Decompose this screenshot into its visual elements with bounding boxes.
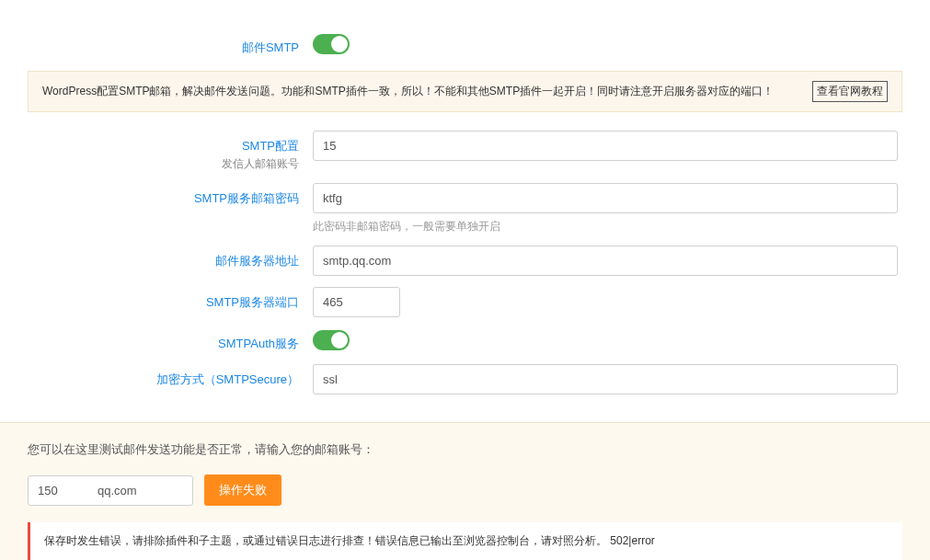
notice-link[interactable]: 查看官网教程 <box>812 81 888 102</box>
smtp-secure-label: 加密方式（SMTPSecure） <box>0 371 299 388</box>
test-submit-button[interactable]: 操作失败 <box>204 474 281 506</box>
smtp-auth-label: SMTPAuth服务 <box>0 336 299 352</box>
test-prompt: 您可以在这里测试邮件发送功能是否正常，请输入您的邮箱账号： <box>28 441 902 458</box>
notice-box: WordPress配置SMTP邮箱，解决邮件发送问题。功能和SMTP插件一致，所… <box>28 71 902 112</box>
smtp-toggle-label: 邮件SMTP <box>0 40 299 56</box>
smtp-auth-toggle[interactable] <box>313 330 350 350</box>
smtp-secure-input[interactable] <box>313 364 898 394</box>
notice-text: WordPress配置SMTP邮箱，解决邮件发送问题。功能和SMTP插件一致，所… <box>42 84 774 99</box>
smtp-config-input[interactable] <box>313 131 898 161</box>
smtp-config-sublabel: 发信人邮箱账号 <box>0 156 299 172</box>
smtp-password-input[interactable] <box>313 183 898 213</box>
smtp-config-label: SMTP配置 <box>0 138 299 154</box>
mail-server-input[interactable] <box>313 246 898 276</box>
error-text: 保存时发生错误，请排除插件和子主题，或通过错误日志进行排查！错误信息已输出至浏览… <box>44 534 655 547</box>
smtp-password-help: 此密码非邮箱密码，一般需要单独开启 <box>313 219 898 234</box>
test-section: 您可以在这里测试邮件发送功能是否正常，请输入您的邮箱账号： 操作失败 保存时发生… <box>0 422 930 560</box>
smtp-toggle[interactable] <box>313 34 350 54</box>
test-email-input[interactable] <box>28 475 193 506</box>
smtp-port-label: SMTP服务器端口 <box>0 294 299 311</box>
smtp-password-label: SMTP服务邮箱密码 <box>0 190 299 207</box>
mail-server-label: 邮件服务器地址 <box>0 253 299 269</box>
smtp-port-input[interactable] <box>313 287 400 317</box>
error-box: 保存时发生错误，请排除插件和子主题，或通过错误日志进行排查！错误信息已输出至浏览… <box>28 522 902 560</box>
